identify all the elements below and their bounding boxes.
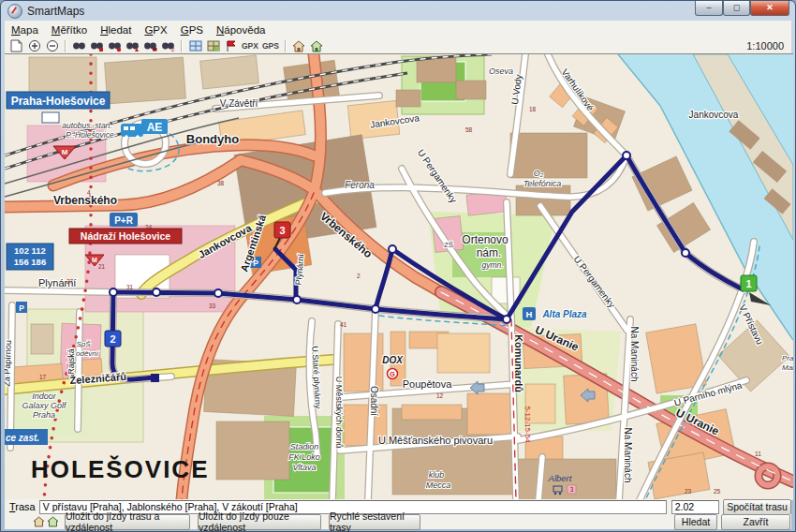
poi-label-dox: DOX: [382, 355, 404, 365]
route-field-label: Trasa: [5, 501, 39, 512]
house-number: 25: [714, 488, 721, 495]
station-label-nadrazi-holesovice: Nádraží Holešovice: [81, 230, 170, 242]
toolbar-separator: [285, 40, 287, 52]
grid-view-icon[interactable]: [187, 39, 203, 53]
poi-label-gymn: gymn.: [481, 260, 503, 270]
bus-station-label-2: P.-Holešovice: [66, 130, 114, 140]
street-label-jankovcova-ne: Jankovcova: [689, 110, 739, 120]
marker-3-number: 3: [279, 225, 285, 236]
menu-hledat[interactable]: Hledat: [94, 22, 138, 37]
street-label-na-maninach-s: Na Maninách: [623, 428, 633, 483]
menu-bar: Mapa Měřítko Hledat GPX GPS Nápověda: [5, 21, 791, 39]
search-street-icon[interactable]: [89, 39, 105, 53]
search-zip-icon[interactable]: [142, 39, 158, 53]
maximize-button[interactable]: ◻: [723, 1, 750, 16]
poi-label-indoor1: Indoor: [32, 392, 57, 401]
tram-numbers-label: 5-12-15-54: [523, 406, 532, 443]
title-bar[interactable]: SmartMaps – ◻ ✕: [1, 1, 795, 21]
minimize-button[interactable]: –: [695, 1, 723, 16]
street-label-na-maninach-n: Na Maninách: [629, 327, 640, 382]
street-label-u-pergamenky-e: U Pergamenky: [572, 254, 618, 309]
stop-label-zast: ce zast.: [6, 433, 39, 443]
poi-label-man: Man: [782, 363, 793, 372]
home-icon[interactable]: [291, 39, 307, 53]
poi-label-sps1: SpŠ: [76, 340, 91, 348]
toolbar-separator: [65, 40, 66, 52]
poi-label-albert: Albert: [548, 473, 572, 483]
route-actions-bar: Uložit do jízdy trasu a vzdálenost Uloži…: [5, 514, 791, 529]
poi-label-stadion2: FK Loko: [288, 452, 320, 462]
parking-icon: P: [253, 259, 258, 268]
poi-label-sps2: oděvní: [76, 349, 99, 358]
poi-label-oseva: Oseva: [489, 66, 513, 76]
home-save-icon[interactable]: [33, 516, 45, 528]
zoom-in-button[interactable]: [26, 39, 42, 53]
svg-text:2: 2: [171, 47, 175, 52]
gps-tool-label[interactable]: GPS: [260, 41, 281, 51]
poi-label-klub: klub: [429, 470, 445, 480]
home-green-icon[interactable]: [309, 39, 325, 53]
street-label-rajska: Rajská: [66, 348, 76, 375]
bus-station-label-1: autobus. stan.: [62, 121, 111, 130]
poi-label-telefonica: Telefónica: [523, 179, 562, 188]
map-canvas[interactable]: Praha-Holešovice AE autobus. stan. P.-Ho…: [5, 54, 793, 500]
route-endpoint: [151, 374, 159, 382]
street-label-u-pergamenky-w: U Pergamenky: [416, 148, 459, 205]
menu-meritko[interactable]: Měřítko: [45, 22, 94, 37]
flag-route-icon[interactable]: [223, 39, 239, 53]
search-coords-icon[interactable]: 2: [160, 39, 176, 53]
park-and-ride-label: P+R: [114, 215, 134, 226]
district-label-holesovice: HOLEŠOVICE: [31, 455, 209, 483]
window-title: SmartMaps: [27, 5, 84, 18]
map-area: Praha-Holešovice AE autobus. stan. P.-Ho…: [5, 53, 793, 500]
quick-route-button[interactable]: Rychlé sestavení trasy: [329, 514, 420, 530]
ae-bus-label: AE: [147, 121, 163, 134]
house-number: 4: [87, 189, 91, 196]
home-green-save-icon[interactable]: [47, 516, 59, 528]
house-number: 12: [436, 392, 444, 399]
bus-numbers-row2: 156 186: [14, 257, 46, 267]
marker-1-number: 1: [745, 278, 751, 289]
house-number: 2: [357, 273, 361, 279]
albert-number: 3: [570, 486, 574, 493]
poi-label-ferona: Ferona: [345, 180, 375, 190]
close-dialog-button[interactable]: Zavřít: [721, 514, 790, 530]
menu-gpx[interactable]: GPX: [138, 22, 173, 37]
search-city-icon[interactable]: [107, 39, 123, 53]
close-button[interactable]: ✕: [750, 1, 789, 16]
place-label-nam: nám.: [477, 246, 502, 259]
search-poi-icon[interactable]: [125, 39, 140, 53]
toolbar: 2 GPX GPS 1:10000: [5, 38, 791, 53]
menu-mapa[interactable]: Mapa: [5, 22, 45, 37]
new-map-button[interactable]: [8, 39, 24, 53]
house-number: 27: [66, 278, 74, 285]
house-number: 31: [126, 284, 134, 290]
street-label-u-mestanskeho-pivovaru: U Měšťanského pivovaru: [378, 435, 493, 446]
house-number: 33: [209, 303, 216, 309]
menu-gps[interactable]: GPS: [174, 22, 210, 37]
house-number: 11: [755, 451, 761, 457]
street-label-komunardu: Komunardů: [513, 334, 524, 392]
marker-2-number: 2: [110, 333, 115, 345]
map-scale: 1:10000: [746, 40, 784, 52]
house-number: 41: [340, 321, 347, 328]
app-icon: [7, 4, 22, 19]
house-number: 21: [98, 263, 106, 270]
map-sheets-icon[interactable]: [205, 39, 221, 53]
zoom-out-button[interactable]: [44, 39, 60, 53]
parking-icon: P: [19, 303, 24, 313]
street-label-osadni: Osadní: [369, 386, 379, 416]
toolbar-separator: [181, 40, 183, 52]
poi-label-stadion3: Vltava: [292, 463, 316, 472]
search-address-icon[interactable]: [71, 39, 87, 53]
compute-route-button[interactable]: Spočítat trasu: [723, 499, 791, 515]
save-distance-button[interactable]: Uložit do jízdy pouze vzdálenost: [198, 514, 321, 530]
search-button[interactable]: Hledat: [674, 514, 717, 530]
gpx-tool-label[interactable]: GPX: [240, 41, 260, 51]
distance-field[interactable]: 2.02: [671, 500, 719, 514]
house-number: 18: [529, 106, 537, 112]
app-window: SmartMaps – ◻ ✕ Mapa Měřítko Hledat GPX …: [0, 0, 796, 532]
house-number: 23: [685, 488, 692, 495]
menu-napoveda[interactable]: Nápověda: [210, 22, 272, 37]
save-route-distance-button[interactable]: Uložit do jízdy trasu a vzdálenost: [65, 514, 190, 530]
